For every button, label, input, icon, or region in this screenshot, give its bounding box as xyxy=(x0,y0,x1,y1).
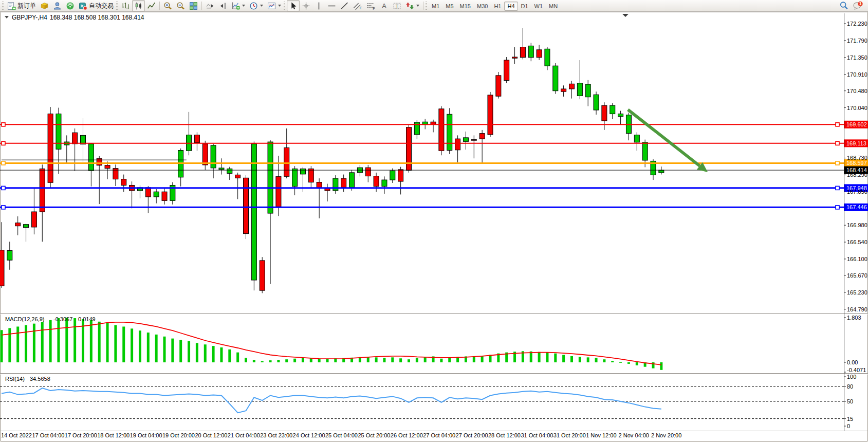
axis-tick-label: 165.670 xyxy=(847,272,867,279)
timeframe-m5[interactable]: M5 xyxy=(442,2,456,11)
candle-body xyxy=(121,179,126,186)
toolbar-grip[interactable] xyxy=(2,2,4,10)
fibonacci-tool-button[interactable]: F xyxy=(364,0,378,11)
macd-histogram-bar xyxy=(277,360,280,362)
axis-tick-label: 166.980 xyxy=(847,222,867,228)
macd-histogram-bar xyxy=(65,318,68,362)
timeframe-m30[interactable]: M30 xyxy=(474,2,491,11)
axis-tick-label: 170.480 xyxy=(847,88,867,94)
signals-button[interactable] xyxy=(64,0,77,11)
vertical-line-tool-button[interactable] xyxy=(312,0,325,11)
line-handle[interactable] xyxy=(2,186,5,190)
macd-histogram-bar xyxy=(619,362,622,363)
text-label-tool-button[interactable]: T xyxy=(391,0,403,11)
new-order-button[interactable]: 新订单 xyxy=(5,0,38,11)
candle-body xyxy=(561,89,566,91)
line-handle[interactable] xyxy=(2,206,5,209)
search-button[interactable] xyxy=(837,0,851,11)
toolbar-grip[interactable] xyxy=(284,2,285,10)
chart-canvas[interactable]: 169.602169.113168.597168.414167.948167.4… xyxy=(0,0,868,442)
axis-tick-label: 168.730 xyxy=(847,155,867,161)
macd-histogram-bar xyxy=(57,318,60,362)
auto-scroll-button[interactable] xyxy=(204,0,216,11)
templates-button[interactable] xyxy=(265,0,283,11)
candle-body xyxy=(634,135,639,142)
market-depth-button[interactable] xyxy=(38,0,51,11)
svg-text:E: E xyxy=(360,6,362,10)
timeframe-m15[interactable]: M15 xyxy=(457,2,474,11)
toolbar-separator xyxy=(159,2,160,10)
horizontal-line-icon xyxy=(327,2,336,10)
mt4-window: 169.602169.113168.597168.414167.948167.4… xyxy=(0,0,868,442)
timeframe-mn[interactable]: MN xyxy=(546,2,561,11)
horizontal-line-tool-button[interactable] xyxy=(325,0,338,11)
timeframe-h1[interactable]: H1 xyxy=(491,2,504,11)
accounts-button[interactable] xyxy=(51,0,64,11)
zoom-in-icon xyxy=(163,2,172,10)
indicators-button[interactable] xyxy=(229,0,247,11)
timeframe-w1[interactable]: W1 xyxy=(531,2,546,11)
macd-histogram-bar xyxy=(228,349,231,362)
line-handle[interactable] xyxy=(836,206,839,209)
crosshair-tool-button[interactable] xyxy=(300,0,312,11)
candle-body xyxy=(105,165,110,169)
line-handle[interactable] xyxy=(2,161,5,165)
time-axis: 14 Oct 202217 Oct 04:0017 Oct 20:0018 Oc… xyxy=(1,432,681,438)
line-handle[interactable] xyxy=(836,186,839,190)
tile-windows-icon xyxy=(189,2,198,10)
svg-text:A: A xyxy=(382,2,386,10)
periods-button[interactable] xyxy=(247,0,265,11)
tile-windows-button[interactable] xyxy=(187,0,200,11)
candle-body xyxy=(512,57,518,58)
line-handle[interactable] xyxy=(836,141,839,145)
time-axis-label: 20 Oct 12:00 xyxy=(195,432,227,438)
candle-body xyxy=(390,171,395,180)
timeframe-h4[interactable]: H4 xyxy=(504,2,518,11)
macd-histogram-bar xyxy=(579,357,581,362)
candle-body xyxy=(594,95,599,110)
periods-dropdown-icon[interactable] xyxy=(260,5,263,7)
candle-body xyxy=(308,169,313,182)
equidistant-channel-tool-button[interactable]: E xyxy=(351,0,364,11)
templates-dropdown-icon[interactable] xyxy=(278,5,281,7)
candle-body xyxy=(24,225,29,228)
candle-body xyxy=(268,142,273,213)
trendline-tool-button[interactable] xyxy=(338,0,351,11)
arrows-dropdown-icon[interactable] xyxy=(416,5,419,7)
macd-histogram-bar xyxy=(611,361,614,362)
macd-histogram-bar xyxy=(367,357,370,362)
macd-histogram-bar xyxy=(587,357,589,362)
toolbar-grip[interactable] xyxy=(426,2,427,10)
time-axis-label: 21 Oct 04:00 xyxy=(228,432,260,438)
line-handle[interactable] xyxy=(2,141,5,145)
periods-clock-icon xyxy=(249,2,258,10)
chart-window-border xyxy=(1,12,867,441)
macd-histogram-bar xyxy=(595,358,598,362)
candle-body xyxy=(349,173,355,188)
zoom-in-button[interactable] xyxy=(161,0,174,11)
candle-body xyxy=(365,168,371,176)
notifications-button[interactable]: 1 xyxy=(851,0,865,11)
candle-chart-button[interactable] xyxy=(132,0,145,11)
toolbar-grip[interactable] xyxy=(116,2,118,10)
bar-chart-button[interactable] xyxy=(119,0,132,11)
macd-histogram-bar xyxy=(171,339,174,362)
text-tool-button[interactable]: A xyxy=(378,0,391,11)
macd-histogram-bar xyxy=(188,341,190,362)
indicators-dropdown-icon[interactable] xyxy=(242,5,245,7)
arrows-tool-button[interactable] xyxy=(403,0,421,11)
toolbar-separator xyxy=(423,2,423,10)
timeframe-d1[interactable]: D1 xyxy=(518,2,531,11)
chart-shift-button[interactable] xyxy=(216,0,229,11)
zoom-out-button[interactable] xyxy=(174,0,187,11)
timeframe-m1[interactable]: M1 xyxy=(429,2,442,11)
line-handle[interactable] xyxy=(836,161,839,165)
cursor-tool-button[interactable] xyxy=(287,0,300,11)
time-axis-label: 26 Oct 12:00 xyxy=(391,432,423,438)
autotrade-button[interactable]: 自动交易 xyxy=(77,0,116,11)
line-handle[interactable] xyxy=(836,123,839,126)
macd-histogram-bar xyxy=(25,325,27,362)
candle-body xyxy=(537,50,542,58)
line-handle[interactable] xyxy=(2,123,5,126)
line-chart-button[interactable] xyxy=(145,0,158,11)
